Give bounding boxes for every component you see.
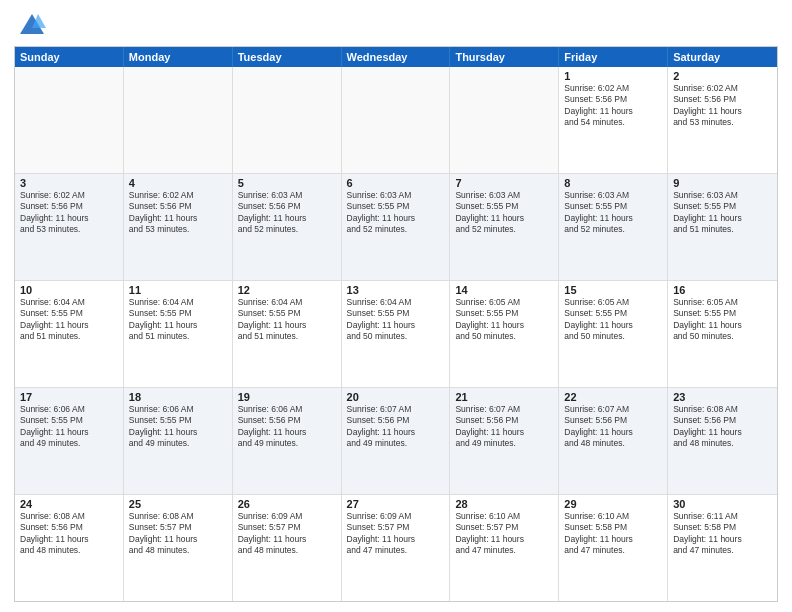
day-number: 5 [238,177,336,189]
day-info: Sunrise: 6:08 AM Sunset: 5:56 PM Dayligh… [20,511,118,557]
calendar-header: SundayMondayTuesdayWednesdayThursdayFrid… [15,47,777,67]
day-cell: 12Sunrise: 6:04 AM Sunset: 5:55 PM Dayli… [233,281,342,387]
day-info: Sunrise: 6:07 AM Sunset: 5:56 PM Dayligh… [347,404,445,450]
calendar: SundayMondayTuesdayWednesdayThursdayFrid… [14,46,778,602]
day-cell: 14Sunrise: 6:05 AM Sunset: 5:55 PM Dayli… [450,281,559,387]
day-number: 26 [238,498,336,510]
weekday-header: Saturday [668,47,777,67]
day-number: 25 [129,498,227,510]
day-info: Sunrise: 6:11 AM Sunset: 5:58 PM Dayligh… [673,511,772,557]
day-number: 10 [20,284,118,296]
day-cell: 21Sunrise: 6:07 AM Sunset: 5:56 PM Dayli… [450,388,559,494]
day-cell: 9Sunrise: 6:03 AM Sunset: 5:55 PM Daylig… [668,174,777,280]
calendar-body: 1Sunrise: 6:02 AM Sunset: 5:56 PM Daylig… [15,67,777,601]
empty-cell [450,67,559,173]
weekday-header: Monday [124,47,233,67]
day-number: 29 [564,498,662,510]
day-cell: 10Sunrise: 6:04 AM Sunset: 5:55 PM Dayli… [15,281,124,387]
day-number: 16 [673,284,772,296]
weekday-header: Tuesday [233,47,342,67]
day-cell: 5Sunrise: 6:03 AM Sunset: 5:56 PM Daylig… [233,174,342,280]
calendar-row: 17Sunrise: 6:06 AM Sunset: 5:55 PM Dayli… [15,388,777,495]
day-info: Sunrise: 6:08 AM Sunset: 5:56 PM Dayligh… [673,404,772,450]
day-cell: 26Sunrise: 6:09 AM Sunset: 5:57 PM Dayli… [233,495,342,601]
calendar-row: 24Sunrise: 6:08 AM Sunset: 5:56 PM Dayli… [15,495,777,601]
day-info: Sunrise: 6:07 AM Sunset: 5:56 PM Dayligh… [455,404,553,450]
weekday-header: Thursday [450,47,559,67]
calendar-row: 3Sunrise: 6:02 AM Sunset: 5:56 PM Daylig… [15,174,777,281]
day-cell: 25Sunrise: 6:08 AM Sunset: 5:57 PM Dayli… [124,495,233,601]
day-number: 11 [129,284,227,296]
day-number: 15 [564,284,662,296]
day-cell: 1Sunrise: 6:02 AM Sunset: 5:56 PM Daylig… [559,67,668,173]
day-info: Sunrise: 6:07 AM Sunset: 5:56 PM Dayligh… [564,404,662,450]
day-info: Sunrise: 6:04 AM Sunset: 5:55 PM Dayligh… [238,297,336,343]
day-number: 28 [455,498,553,510]
weekday-header: Friday [559,47,668,67]
empty-cell [15,67,124,173]
day-info: Sunrise: 6:05 AM Sunset: 5:55 PM Dayligh… [455,297,553,343]
day-cell: 6Sunrise: 6:03 AM Sunset: 5:55 PM Daylig… [342,174,451,280]
weekday-header: Wednesday [342,47,451,67]
day-number: 13 [347,284,445,296]
day-info: Sunrise: 6:02 AM Sunset: 5:56 PM Dayligh… [129,190,227,236]
day-cell: 16Sunrise: 6:05 AM Sunset: 5:55 PM Dayli… [668,281,777,387]
day-number: 23 [673,391,772,403]
day-number: 12 [238,284,336,296]
day-number: 8 [564,177,662,189]
day-cell: 8Sunrise: 6:03 AM Sunset: 5:55 PM Daylig… [559,174,668,280]
day-cell: 2Sunrise: 6:02 AM Sunset: 5:56 PM Daylig… [668,67,777,173]
day-info: Sunrise: 6:04 AM Sunset: 5:55 PM Dayligh… [20,297,118,343]
day-cell: 7Sunrise: 6:03 AM Sunset: 5:55 PM Daylig… [450,174,559,280]
day-info: Sunrise: 6:02 AM Sunset: 5:56 PM Dayligh… [564,83,662,129]
calendar-row: 10Sunrise: 6:04 AM Sunset: 5:55 PM Dayli… [15,281,777,388]
day-number: 14 [455,284,553,296]
day-number: 19 [238,391,336,403]
page: SundayMondayTuesdayWednesdayThursdayFrid… [0,0,792,612]
day-info: Sunrise: 6:03 AM Sunset: 5:55 PM Dayligh… [455,190,553,236]
day-info: Sunrise: 6:04 AM Sunset: 5:55 PM Dayligh… [129,297,227,343]
day-info: Sunrise: 6:02 AM Sunset: 5:56 PM Dayligh… [20,190,118,236]
day-cell: 15Sunrise: 6:05 AM Sunset: 5:55 PM Dayli… [559,281,668,387]
day-number: 6 [347,177,445,189]
day-cell: 29Sunrise: 6:10 AM Sunset: 5:58 PM Dayli… [559,495,668,601]
day-number: 20 [347,391,445,403]
day-number: 18 [129,391,227,403]
day-info: Sunrise: 6:03 AM Sunset: 5:55 PM Dayligh… [347,190,445,236]
day-number: 1 [564,70,662,82]
header [14,10,778,38]
logo [14,10,46,38]
day-cell: 23Sunrise: 6:08 AM Sunset: 5:56 PM Dayli… [668,388,777,494]
day-number: 27 [347,498,445,510]
day-info: Sunrise: 6:03 AM Sunset: 5:55 PM Dayligh… [564,190,662,236]
day-info: Sunrise: 6:10 AM Sunset: 5:57 PM Dayligh… [455,511,553,557]
day-cell: 22Sunrise: 6:07 AM Sunset: 5:56 PM Dayli… [559,388,668,494]
empty-cell [342,67,451,173]
day-info: Sunrise: 6:03 AM Sunset: 5:56 PM Dayligh… [238,190,336,236]
day-info: Sunrise: 6:02 AM Sunset: 5:56 PM Dayligh… [673,83,772,129]
day-number: 4 [129,177,227,189]
day-cell: 30Sunrise: 6:11 AM Sunset: 5:58 PM Dayli… [668,495,777,601]
weekday-header: Sunday [15,47,124,67]
day-cell: 13Sunrise: 6:04 AM Sunset: 5:55 PM Dayli… [342,281,451,387]
day-cell: 19Sunrise: 6:06 AM Sunset: 5:56 PM Dayli… [233,388,342,494]
day-cell: 27Sunrise: 6:09 AM Sunset: 5:57 PM Dayli… [342,495,451,601]
day-info: Sunrise: 6:05 AM Sunset: 5:55 PM Dayligh… [564,297,662,343]
day-info: Sunrise: 6:04 AM Sunset: 5:55 PM Dayligh… [347,297,445,343]
day-cell: 11Sunrise: 6:04 AM Sunset: 5:55 PM Dayli… [124,281,233,387]
empty-cell [233,67,342,173]
day-info: Sunrise: 6:08 AM Sunset: 5:57 PM Dayligh… [129,511,227,557]
day-info: Sunrise: 6:06 AM Sunset: 5:55 PM Dayligh… [129,404,227,450]
empty-cell [124,67,233,173]
day-info: Sunrise: 6:05 AM Sunset: 5:55 PM Dayligh… [673,297,772,343]
day-number: 21 [455,391,553,403]
day-info: Sunrise: 6:10 AM Sunset: 5:58 PM Dayligh… [564,511,662,557]
day-number: 9 [673,177,772,189]
calendar-row: 1Sunrise: 6:02 AM Sunset: 5:56 PM Daylig… [15,67,777,174]
day-info: Sunrise: 6:03 AM Sunset: 5:55 PM Dayligh… [673,190,772,236]
day-info: Sunrise: 6:06 AM Sunset: 5:55 PM Dayligh… [20,404,118,450]
day-info: Sunrise: 6:09 AM Sunset: 5:57 PM Dayligh… [238,511,336,557]
day-cell: 28Sunrise: 6:10 AM Sunset: 5:57 PM Dayli… [450,495,559,601]
day-cell: 24Sunrise: 6:08 AM Sunset: 5:56 PM Dayli… [15,495,124,601]
day-number: 30 [673,498,772,510]
